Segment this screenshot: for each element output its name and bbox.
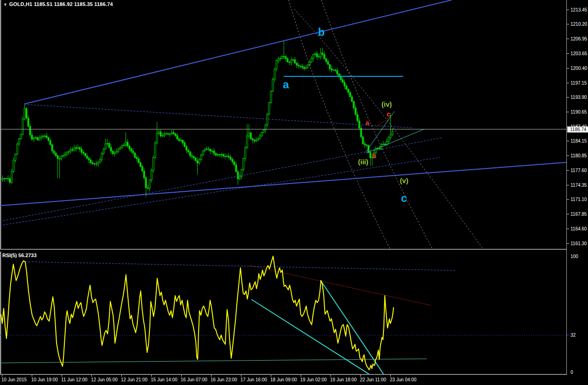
price-tick [567,141,569,141]
current-price-box: 1186.74 [567,126,588,132]
price-axis[interactable]: 1213.451210.201206.951203.651200.401197.… [566,0,588,375]
price-tick [567,53,569,54]
rsi-cyan-line-1[interactable] [251,299,372,374]
price-tick [567,68,569,69]
price-tick [567,170,569,171]
price-tick [567,39,569,39]
time-tick-label: 11 Jun 12:00 [61,377,87,382]
time-tick-label: 16 Jun 23:00 [211,377,237,382]
price-tick [567,155,569,156]
wave-label-a[interactable]: a [283,78,289,91]
wave-label-v[interactable]: (v) [400,177,408,184]
time-tick [331,375,331,377]
price-tick-label: 1167.85 [571,212,587,217]
time-tick-label: 18 Jun 09:00 [270,377,297,382]
upper-trendline[interactable] [24,0,451,104]
time-axis[interactable]: 10 Jun 201510 Jun 19:0011 Jun 12:0012 Ju… [0,375,588,385]
price-tick [567,97,569,98]
time-tick [121,375,122,377]
time-tick-label: 19 Jun 02:00 [300,377,327,382]
time-tick [390,375,391,377]
time-tick [62,375,62,377]
wave-label-a[interactable]: a [365,119,369,126]
wave-label-c[interactable]: c [387,110,390,118]
wave-label-iii[interactable]: (iii) [358,158,369,166]
chart-marker-icon: ▼ [3,2,7,7]
channel-arc-1[interactable] [289,0,390,248]
price-tick-label: 1210.20 [571,22,587,27]
rsi-tick-label: 32 [571,333,576,338]
fan-dashed-1[interactable] [0,138,443,221]
time-tick [301,375,301,377]
price-tick-label: 1206.95 [571,36,587,41]
time-tick-label: 12 Jun 21:00 [121,377,148,382]
channel-arc-3[interactable] [294,9,483,248]
rsi-tick-label: 0 [571,370,573,375]
time-tick-label: 10 Jun 19:00 [31,377,58,382]
time-tick [2,375,2,377]
rsi-red-dotted[interactable] [250,265,431,305]
rsi-indicator-label: RSI(5) 56.2733 [2,253,37,258]
price-tick [567,185,569,185]
wave-label-b[interactable]: b [318,26,325,39]
mt4-chart-window: ▼GOLD,H1 1185.51 1186.92 1185.35 1186.74… [0,0,588,385]
price-tick-label: 1203.65 [571,51,587,56]
price-tick [567,10,569,10]
rsi-chart-canvas[interactable] [0,252,566,374]
time-tick-label: 17 Jun 16:00 [240,377,267,382]
price-tick [567,83,569,83]
price-tick-label: 1180.85 [571,153,587,158]
candlestick-chart-canvas[interactable] [0,0,566,249]
time-tick [241,375,241,377]
price-tick-label: 1190.65 [571,109,587,115]
chart-title-text: GOLD,H1 1185.51 1186.92 1185.35 1186.74 [9,1,113,7]
price-tick-label: 1174.35 [571,183,587,188]
time-tick [211,375,211,377]
price-tick [567,229,569,229]
price-tick [567,24,569,24]
channel-arc-2[interactable] [321,0,432,248]
wedge-lower[interactable] [366,129,424,153]
wave-label-b[interactable]: b [372,152,377,160]
time-tick [360,375,361,377]
rsi-panel[interactable]: RSI(5) 56.2733 [1,252,566,374]
price-tick [567,214,569,214]
rsi-level-tick [567,335,569,335]
time-tick-label: 22 Jun 11:00 [360,377,386,382]
time-tick [151,375,152,377]
fan-dashed-2[interactable] [0,157,440,225]
main-chart-plot[interactable]: ▼GOLD,H1 1185.51 1186.92 1185.35 1186.74… [1,0,566,249]
lower-trendline[interactable] [0,162,566,206]
price-tick [567,243,569,244]
time-tick-label: 15 Jun 14:00 [151,377,177,382]
price-tick-label: 1177.60 [571,168,587,173]
time-tick-label: 23 Jun 04:00 [390,377,417,382]
time-tick [271,375,271,377]
time-tick-label: 12 Jun 05:00 [91,377,118,382]
price-tick-label: 1193.90 [571,95,587,100]
time-tick [181,375,182,377]
price-tick-label: 1197.15 [571,80,587,86]
price-tick-label: 1213.45 [571,7,587,12]
time-tick [91,375,92,377]
rsi-tick-label: 100 [571,254,578,259]
price-tick-label: 1200.40 [571,66,587,71]
time-tick-label: 10 Jun 2015 [1,377,27,382]
wave-label-iv[interactable]: (iv) [382,100,392,108]
wave-label-c[interactable]: c [401,192,407,205]
price-tick-label: 1184.15 [571,138,587,144]
price-tick [567,112,569,112]
chart-title: ▼GOLD,H1 1185.51 1186.92 1185.35 1186.74 [3,1,113,7]
price-tick-label: 1164.60 [571,226,587,231]
price-tick-label: 1161.30 [571,241,587,246]
time-tick-label: 19 Jun 18:00 [330,377,357,382]
time-tick [32,375,32,377]
price-tick-label: 1171.10 [571,197,587,202]
price-tick [567,199,569,200]
time-tick-label: 16 Jun 07:00 [181,377,207,382]
